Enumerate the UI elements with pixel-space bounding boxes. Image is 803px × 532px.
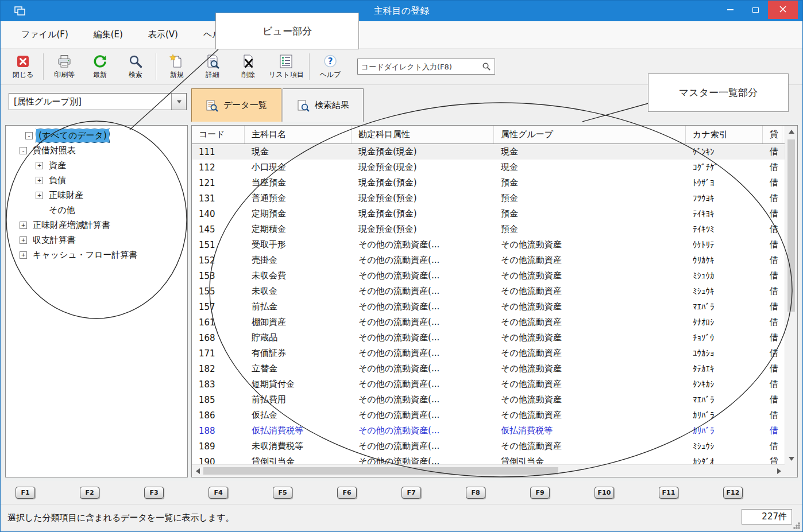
scroll-down-icon [789, 457, 794, 461]
tree-item[interactable]: +キャッシュ・フロー計算書 [6, 247, 187, 262]
table-row[interactable]: 145定期積金現金預金(預金)預金ﾃｲｷﾂﾐ借 [192, 222, 785, 237]
close-window-button[interactable] [768, 1, 798, 19]
table-row[interactable]: 155未収金その他の流動資産(...その他流動資産ﾐｼｭｳｷ借 [192, 284, 785, 299]
maximize-button[interactable] [743, 1, 768, 19]
column-header[interactable]: 主科目名 [245, 126, 352, 143]
tab-search-result[interactable]: 検索結果 [283, 88, 364, 122]
detail-button[interactable]: 詳細 [195, 51, 230, 83]
fkey-f2[interactable]: F2 [80, 487, 99, 499]
table-row[interactable]: 186仮払金その他の流動資産(...その他流動資産ｶﾘﾊﾞﾗ借 [192, 407, 785, 423]
table-row[interactable]: 153未収会費その他の流動資産(...その他流動資産ﾐｼｭｳｶ借 [192, 268, 785, 284]
tree-item[interactable]: +正味財産 [6, 188, 187, 203]
table-row[interactable]: 140定期預金現金預金(預金)預金ﾃｲｷﾖｷ借 [192, 206, 785, 222]
expand-expander-icon[interactable]: + [36, 177, 43, 184]
tree-item[interactable]: その他 [6, 203, 187, 218]
fkey-f5[interactable]: F5 [273, 487, 292, 499]
horizontal-scroll-thumb[interactable] [203, 467, 558, 475]
list-items-button[interactable]: リスト項目 [266, 51, 307, 83]
function-key-bar: F1F2F3F4F5F6F7F8F9F10F11F12 [1, 481, 802, 504]
view-callout-box: ビュー部分 [215, 13, 359, 49]
fkey-f3[interactable]: F3 [144, 487, 164, 499]
tree-item[interactable]: +正味財産増減計算書 [6, 218, 187, 232]
help-button[interactable]: ?ヘルプ [312, 51, 348, 83]
combo-dropdown-button[interactable] [171, 94, 186, 110]
cell-name: 当座預金 [245, 177, 352, 188]
code-direct-input[interactable] [361, 63, 482, 71]
table-row[interactable]: 121当座預金現金預金(預金)預金ﾄｳｻﾞﾖ借 [192, 175, 785, 191]
fkey-f4[interactable]: F4 [209, 487, 228, 499]
tree-item[interactable]: +負債 [6, 173, 187, 188]
cell-kana: ﾀﾅｵﾛｼ [686, 317, 763, 328]
fkey-f9[interactable]: F9 [530, 487, 550, 499]
table-row[interactable]: 185前払費用その他の流動資産(...その他流動資産ﾏｴﾊﾞﾗ借 [192, 392, 785, 407]
tree-item[interactable]: +収支計算書 [6, 232, 187, 247]
expand-expander-icon[interactable]: + [20, 251, 27, 259]
menu-item-0[interactable]: ファイル(F) [12, 26, 78, 44]
resize-grip-icon[interactable] [793, 522, 801, 530]
column-header[interactable]: 勘定科目属性 [352, 126, 494, 143]
delete-button[interactable]: 削除 [230, 51, 266, 83]
scroll-up-button[interactable] [785, 126, 798, 137]
fkey-f8[interactable]: F8 [466, 487, 485, 499]
column-header[interactable]: コード [192, 126, 245, 143]
minimize-button[interactable] [717, 1, 743, 19]
column-header[interactable]: 属性グループ [494, 126, 686, 143]
table-row[interactable]: 190貸倒引当金その他の流動資産(...貸倒引当金ｶｼﾀﾞｵ貸 [192, 454, 785, 464]
fkey-f11[interactable]: F11 [659, 487, 678, 499]
collapse-expander-icon[interactable]: - [20, 147, 27, 154]
table-row[interactable]: 152売掛金その他の流動資産(...その他流動資産ｳﾘｶｹｷ借 [192, 253, 785, 268]
cell-group: その他流動資産 [494, 286, 686, 297]
expand-expander-icon[interactable]: + [20, 236, 27, 244]
column-header[interactable]: 貸 [763, 126, 782, 143]
window-controls [717, 1, 798, 19]
refresh-button[interactable]: 最新 [82, 51, 118, 83]
table-row[interactable]: 157前払金その他の流動資産(...その他流動資産ﾏｴﾊﾞﾗ借 [192, 299, 785, 314]
table-row[interactable]: 189未収消費税等その他の流動資産(...その他流動資産ﾐｼｭｳｼ借 [192, 438, 785, 454]
menu-item-2[interactable]: 表示(V) [139, 26, 187, 44]
cell-side: 借 [763, 317, 782, 328]
cell-kana: ｹﾞﾝｷﾝ [686, 147, 763, 157]
print-button[interactable]: 印刷等 [47, 51, 82, 83]
table-row[interactable]: 182立替金その他の流動資産(...その他流動資産ﾀﾃｶｴｷ借 [192, 361, 785, 376]
expand-expander-icon[interactable]: + [36, 192, 43, 199]
table-row[interactable]: 112小口現金現金預金(現金)現金ｺｸﾞﾁｹﾞ借 [192, 160, 785, 175]
vertical-scroll-thumb[interactable] [787, 139, 795, 312]
close-button[interactable]: 閉じる [5, 51, 41, 83]
fkey-f12[interactable]: F12 [723, 487, 743, 499]
cell-attr: 現金預金(現金) [352, 146, 494, 157]
tree-item[interactable]: -(すべてのデータ) [6, 128, 187, 143]
fkey-f1[interactable]: F1 [16, 487, 35, 499]
table-row[interactable]: 183短期貸付金その他の流動資産(...その他流動資産ﾀﾝｷｶｼ借 [192, 376, 785, 392]
column-header[interactable]: カナ索引 [686, 126, 763, 143]
scroll-left-button[interactable] [192, 465, 203, 477]
expand-expander-icon[interactable]: + [36, 162, 43, 169]
horizontal-scrollbar[interactable] [192, 464, 785, 477]
fkey-f10[interactable]: F10 [594, 487, 614, 499]
tree-item-label: (すべてのデータ) [36, 129, 109, 142]
table-row[interactable]: 151受取手形その他の流動資産(...その他流動資産ｳｹﾄﾘﾃ借 [192, 237, 785, 253]
cell-code: 188 [192, 426, 245, 436]
fkey-f7[interactable]: F7 [402, 487, 421, 499]
view-mode-combo[interactable]: [属性グループ別] [9, 93, 187, 110]
table-row[interactable]: 188仮払消費税等その他の流動資産(...仮払消費税等ｶﾘﾊﾞﾗ借 [192, 423, 785, 438]
table-row[interactable]: 131普通預金現金預金(預金)預金ﾌﾂｳﾖｷ借 [192, 191, 785, 206]
cell-kana: ﾃｲｷﾂﾐ [686, 224, 763, 235]
tree-item[interactable]: -貸借対照表 [6, 143, 187, 158]
tree-item[interactable]: +資産 [6, 158, 187, 173]
table-row[interactable]: 168貯蔵品その他の流動資産(...その他流動資産ﾁｮｿﾞｳ借 [192, 330, 785, 345]
new-button[interactable]: 新規 [159, 51, 195, 83]
expand-expander-icon[interactable]: + [20, 222, 27, 229]
table-row[interactable]: 111現金現金預金(現金)現金ｹﾞﾝｷﾝ借 [192, 144, 785, 160]
cell-attr: その他の流動資産(... [352, 441, 494, 452]
tab-data-list[interactable]: データ一覧 [191, 88, 281, 122]
scroll-down-button[interactable] [785, 453, 798, 464]
scroll-right-button[interactable] [773, 465, 785, 477]
search-button[interactable]: 検索 [118, 51, 153, 83]
table-row[interactable]: 161棚卸資産その他の流動資産(...その他流動資産ﾀﾅｵﾛｼ借 [192, 314, 785, 330]
collapse-expander-icon[interactable]: - [25, 132, 33, 139]
menu-item-1[interactable]: 編集(E) [84, 26, 132, 44]
table-row[interactable]: 171有価証券その他の流動資産(...その他流動資産ﾕｳｶｼｮ借 [192, 345, 785, 361]
toolbar-buttons: 閉じる印刷等最新検索新規詳細削除リスト項目?ヘルプ [5, 51, 348, 83]
fkey-f6[interactable]: F6 [337, 487, 357, 499]
vertical-scrollbar[interactable] [785, 126, 797, 464]
